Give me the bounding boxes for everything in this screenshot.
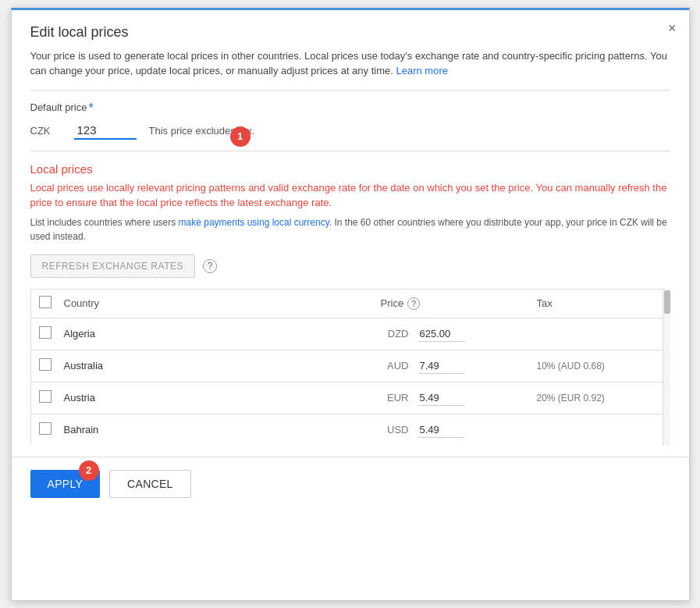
tax-cell: 10% (AUD 0.68) bbox=[537, 361, 662, 372]
refresh-exchange-rates-button[interactable]: REFRESH EXCHANGE RATES bbox=[30, 254, 195, 278]
table-row: Algeria DZD 625.00 bbox=[31, 318, 670, 350]
refresh-row: REFRESH EXCHANGE RATES ? bbox=[30, 254, 670, 278]
row-checkbox[interactable] bbox=[39, 358, 52, 371]
currency-label: CZK bbox=[30, 125, 62, 137]
dialog-header: Edit local prices × bbox=[12, 10, 689, 48]
table-rows: Algeria DZD 625.00 Australia AUD 7.49 10… bbox=[31, 318, 670, 446]
price-help-icon[interactable]: ? bbox=[407, 297, 420, 310]
select-all-checkbox[interactable] bbox=[39, 296, 52, 308]
price-cell: USD 5.49 bbox=[381, 422, 537, 438]
row-checkbox[interactable] bbox=[39, 390, 52, 403]
price-value[interactable]: 5.49 bbox=[418, 422, 465, 438]
row-checkbox[interactable] bbox=[39, 326, 52, 339]
badge-1: 1 bbox=[230, 126, 251, 147]
currency-code: USD bbox=[381, 424, 409, 436]
local-prices-title: Local prices bbox=[30, 162, 670, 176]
header-price: Price ? bbox=[381, 297, 537, 310]
table-row: Australia AUD 7.49 10% (AUD 0.68) bbox=[31, 350, 670, 382]
default-price-row: CZK This price excludes tax. bbox=[30, 122, 670, 140]
required-star: * bbox=[88, 101, 93, 116]
tax-cell: 20% (EUR 0.92) bbox=[537, 393, 662, 404]
header-checkbox-col bbox=[39, 296, 64, 311]
price-input-wrap bbox=[74, 122, 137, 140]
scrollbar-thumb[interactable] bbox=[664, 290, 670, 314]
scrollbar-track[interactable] bbox=[663, 289, 670, 446]
default-price-section: Default price * CZK This price excludes … bbox=[30, 101, 670, 140]
price-input[interactable] bbox=[74, 122, 137, 140]
refresh-help-icon[interactable]: ? bbox=[203, 259, 217, 273]
table-header: Country Price ? Tax bbox=[31, 290, 670, 318]
close-button[interactable]: × bbox=[668, 21, 677, 35]
badge-2-wrap: 2 bbox=[79, 460, 99, 481]
local-prices-note: List includes countries where users make… bbox=[30, 215, 670, 244]
row-checkbox-col bbox=[39, 358, 64, 374]
price-cell: EUR 5.49 bbox=[381, 390, 537, 406]
row-checkbox-col bbox=[39, 390, 64, 406]
country-name: Australia bbox=[64, 360, 381, 372]
country-name: Bahrain bbox=[64, 424, 381, 436]
country-name: Austria bbox=[64, 392, 381, 404]
price-cell: DZD 625.00 bbox=[381, 326, 537, 342]
badge-2: 2 bbox=[79, 460, 99, 481]
table-container: Country Price ? Tax Algeria DZD 625.00 A… bbox=[30, 289, 670, 446]
description-text: Your price is used to generate local pri… bbox=[30, 48, 670, 79]
local-prices-desc: Local prices use locally relevant pricin… bbox=[30, 180, 670, 211]
learn-more-link[interactable]: Learn more bbox=[396, 65, 447, 76]
currency-code: AUD bbox=[381, 360, 409, 372]
currency-code: EUR bbox=[381, 392, 409, 404]
price-cell: AUD 7.49 bbox=[381, 358, 537, 374]
local-currency-link[interactable]: make payments using local currency bbox=[179, 217, 329, 228]
default-price-label: Default price bbox=[30, 101, 87, 113]
price-value[interactable]: 625.00 bbox=[418, 326, 465, 342]
header-tax: Tax bbox=[537, 297, 662, 309]
dialog-body: Your price is used to generate local pri… bbox=[12, 48, 689, 446]
currency-code: DZD bbox=[381, 328, 409, 340]
country-name: Algeria bbox=[64, 328, 381, 340]
divider-2 bbox=[30, 151, 670, 151]
table-row: Austria EUR 5.49 20% (EUR 0.92) bbox=[31, 382, 670, 414]
row-checkbox-col bbox=[39, 326, 64, 342]
header-country: Country bbox=[64, 297, 381, 309]
table-row: Bahrain USD 5.49 bbox=[31, 414, 670, 446]
dialog-footer: APPLY CANCEL 2 bbox=[12, 457, 689, 510]
cancel-button[interactable]: CANCEL bbox=[109, 470, 191, 498]
price-value[interactable]: 5.49 bbox=[418, 390, 465, 406]
dialog-title: Edit local prices bbox=[30, 24, 670, 41]
price-table: Country Price ? Tax Algeria DZD 625.00 A… bbox=[30, 289, 670, 446]
edit-local-prices-dialog: Edit local prices × Your price is used t… bbox=[11, 8, 690, 601]
price-value[interactable]: 7.49 bbox=[418, 358, 465, 374]
row-checkbox[interactable] bbox=[39, 422, 52, 435]
badge-1-wrap: 1 bbox=[230, 126, 251, 147]
row-checkbox-col bbox=[39, 422, 64, 438]
divider-1 bbox=[30, 90, 670, 91]
